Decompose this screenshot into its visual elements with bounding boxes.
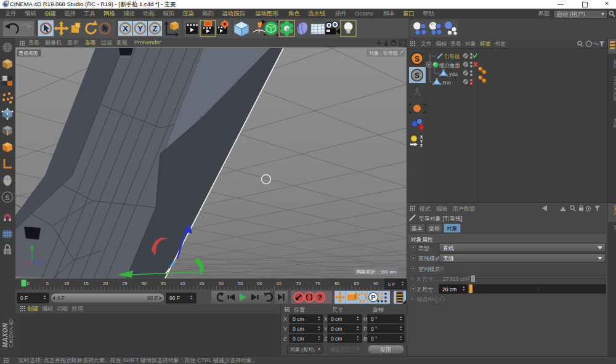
svg-text:0 °: 0 ° <box>371 326 378 332</box>
svg-text:Z 尺寸 . .: Z 尺寸 . . <box>417 286 439 293</box>
svg-text:网格间距 : 100 cm: 网格间距 : 100 cm <box>356 269 396 275</box>
svg-text:0 cm: 0 cm <box>293 316 304 322</box>
svg-text:空间模式: 空间模式 <box>418 266 440 272</box>
svg-text:Z: Z <box>283 336 287 342</box>
svg-text:类型: 类型 <box>418 245 429 251</box>
svg-text:S: S <box>5 194 9 201</box>
svg-text:90: 90 <box>373 281 378 286</box>
svg-text:Y: Y <box>137 24 143 33</box>
svg-text:35: 35 <box>161 281 166 286</box>
svg-text:0 cm: 0 cm <box>331 316 342 322</box>
svg-text:▼: ▼ <box>317 347 321 351</box>
svg-text:应用: 应用 <box>380 347 391 353</box>
svg-text:书签: 书签 <box>494 41 506 47</box>
svg-text:25: 25 <box>122 281 127 286</box>
svg-text:zuo: zuo <box>442 79 451 86</box>
svg-text:旋转: 旋转 <box>373 307 384 313</box>
svg-text:85: 85 <box>354 281 359 286</box>
svg-text:模式: 模式 <box>419 206 431 212</box>
svg-text:X 尺寸 . .: X 尺寸 . . <box>417 276 440 282</box>
svg-text:细分曲面: 细分曲面 <box>439 62 461 68</box>
svg-text:20 cm: 20 cm <box>442 286 456 293</box>
svg-text:锁定尺寸: 锁定尺寸 <box>330 347 351 352</box>
svg-text:(): () <box>6 250 9 255</box>
svg-text:15: 15 <box>83 281 88 286</box>
svg-text:引导线: 引导线 <box>444 54 460 60</box>
svg-text:用户数据: 用户数据 <box>453 206 475 212</box>
svg-text:对象 : 引导线: 对象 : 引导线 <box>369 51 398 56</box>
svg-text:5: 5 <box>46 281 49 286</box>
svg-text:Z: Z <box>153 24 158 33</box>
svg-text:层: 层 <box>614 225 616 230</box>
svg-text:?: ? <box>318 294 322 301</box>
svg-text:S: S <box>415 55 419 63</box>
svg-text:Y: Y <box>283 326 287 332</box>
svg-text:▼: ▼ <box>356 347 360 351</box>
svg-text:文件: 文件 <box>421 41 432 47</box>
svg-text:27.918 cm: 27.918 cm <box>443 276 468 282</box>
svg-text:65: 65 <box>277 281 282 286</box>
svg-text:80: 80 <box>334 281 339 286</box>
svg-text:坐标: 坐标 <box>429 225 440 232</box>
svg-text:P: P <box>371 294 375 301</box>
svg-text:55: 55 <box>238 281 243 286</box>
svg-text:0 cm: 0 cm <box>331 326 342 332</box>
svg-text:X: X <box>420 135 423 139</box>
svg-text:. .: . . <box>431 245 435 251</box>
svg-text:基本: 基本 <box>411 225 423 232</box>
svg-text:Z: Z <box>420 144 423 148</box>
svg-text:0 F: 0 F <box>388 281 395 287</box>
svg-text:Y: Y <box>420 139 423 144</box>
svg-text:50: 50 <box>219 281 224 286</box>
svg-text:20: 20 <box>103 281 108 286</box>
svg-text:B: B <box>363 336 367 342</box>
svg-text:Y: Y <box>324 326 328 332</box>
svg-text:位置: 位置 <box>294 307 305 313</box>
svg-text:0 °: 0 ° <box>371 316 378 322</box>
svg-text:直线模式: 直线模式 <box>418 256 440 262</box>
svg-text:X: X <box>123 24 128 33</box>
svg-text:对象属性: 对象属性 <box>410 237 433 243</box>
svg-text:S: S <box>415 71 419 80</box>
svg-text:40: 40 <box>180 281 185 286</box>
svg-text:90 F: 90 F <box>147 295 158 301</box>
svg-text:0 cm: 0 cm <box>293 336 304 342</box>
svg-text:对象: 对象 <box>446 225 458 232</box>
svg-text:0 F: 0 F <box>20 295 28 301</box>
svg-text:P: P <box>363 326 367 332</box>
svg-text:90 F: 90 F <box>169 295 180 301</box>
svg-text:构造: 构造 <box>613 118 616 128</box>
svg-text:H: H <box>363 316 368 322</box>
svg-text:45: 45 <box>199 281 204 286</box>
svg-text:0: 0 <box>26 281 29 286</box>
svg-text:直线: 直线 <box>443 245 454 251</box>
svg-text:场次: 场次 <box>613 59 616 69</box>
svg-text:引导对象 [引导线]: 引导对象 [引导线] <box>419 216 463 222</box>
svg-text:0 F: 0 F <box>57 295 65 301</box>
svg-text:查看: 查看 <box>450 41 461 47</box>
svg-text:0 cm: 0 cm <box>331 336 342 342</box>
svg-text:对象 (相对): 对象 (相对) <box>290 347 315 352</box>
svg-text:对象: 对象 <box>464 41 476 47</box>
svg-text:属性: 属性 <box>614 205 616 216</box>
svg-text:编辑: 编辑 <box>436 41 447 47</box>
svg-text:标签: 标签 <box>479 41 491 47</box>
svg-text:0 cm: 0 cm <box>293 326 304 332</box>
svg-text:60: 60 <box>257 281 262 286</box>
svg-text:内容浏览器: 内容浏览器 <box>613 76 616 101</box>
svg-text:30: 30 <box>141 281 146 286</box>
svg-text:you: you <box>449 71 458 77</box>
svg-text:10: 10 <box>64 281 69 286</box>
svg-text:Z: Z <box>324 336 328 342</box>
svg-text:透视视图: 透视视图 <box>18 51 38 56</box>
svg-text:70: 70 <box>296 281 301 286</box>
svg-text:锚点中心: 锚点中心 <box>416 296 439 302</box>
svg-text:无缝: 无缝 <box>443 256 454 262</box>
svg-text:75: 75 <box>315 281 320 286</box>
svg-text:X: X <box>283 316 287 322</box>
svg-text:编辑: 编辑 <box>436 206 447 212</box>
svg-text:0 °: 0 ° <box>371 336 378 342</box>
svg-text:X: X <box>324 316 328 322</box>
svg-text:尺寸: 尺寸 <box>332 307 343 313</box>
